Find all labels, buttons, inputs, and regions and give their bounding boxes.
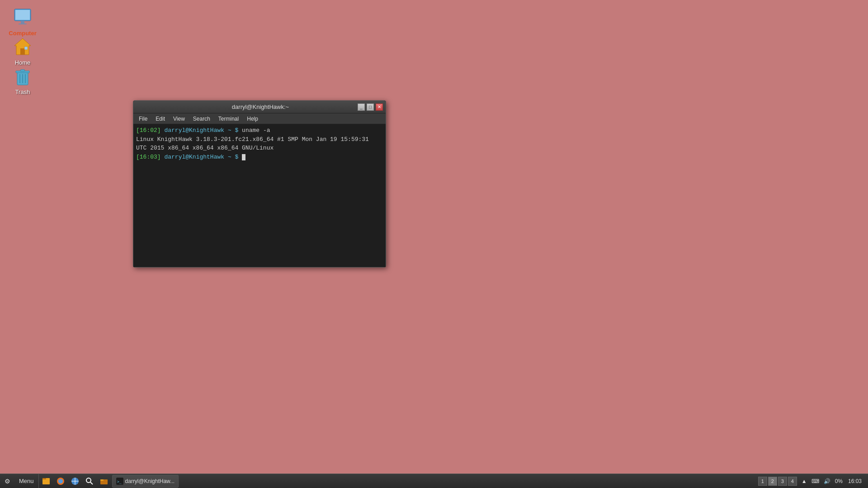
svg-point-16	[58, 479, 63, 483]
taskbar-menu-label: Menu	[19, 478, 34, 484]
maximize-button[interactable]: □	[367, 103, 374, 111]
svg-text:>_: >_	[117, 480, 122, 484]
terminal-body[interactable]: [16:02] darryl@KnightHawk ~ $ uname -a L…	[133, 124, 386, 267]
taskbar-terminal-label: darryl@KnightHaw...	[125, 478, 175, 484]
terminal-line-1: [16:02] darryl@KnightHawk ~ $ uname -a	[136, 126, 383, 135]
menu-search[interactable]: Search	[189, 115, 214, 123]
terminal-cursor	[242, 154, 245, 160]
svg-rect-2	[21, 21, 24, 23]
taskbar-firefox-icon[interactable]	[53, 474, 68, 488]
menu-terminal[interactable]: Terminal	[215, 115, 242, 123]
desktop-icon-trash[interactable]: Trash	[5, 63, 41, 97]
trash-icon-label: Trash	[15, 89, 30, 95]
workspace-1[interactable]: 1	[758, 477, 767, 486]
svg-rect-6	[24, 47, 28, 50]
workspace-2[interactable]: 2	[768, 477, 777, 486]
window-buttons: _ □ ✕	[358, 103, 383, 111]
taskbar-files-icon[interactable]	[39, 474, 53, 488]
svg-rect-5	[20, 48, 25, 55]
terminal-titlebar: darryl@KnightHawk:~ _ □ ✕	[133, 101, 386, 113]
workspace-3[interactable]: 3	[778, 477, 787, 486]
taskbar-search-icon[interactable]	[82, 474, 97, 488]
terminal-title: darryl@KnightHawk:~	[163, 103, 358, 110]
menu-edit[interactable]: Edit	[152, 115, 169, 123]
taskbar-settings-icon[interactable]: ⚙	[0, 474, 14, 488]
svg-rect-3	[19, 23, 27, 24]
taskbar-right: 1 2 3 4 ▲ ⌨ 🔊 0% 16:03	[753, 476, 868, 487]
terminal-window: darryl@KnightHawk:~ _ □ ✕ File Edit View…	[133, 100, 386, 267]
battery-percent: 0%	[835, 478, 843, 484]
taskbar-menu-button[interactable]: Menu	[14, 474, 39, 488]
svg-rect-9	[20, 70, 25, 71]
workspace-switcher: 1 2 3 4	[756, 476, 799, 487]
terminal-line-2: [16:03] darryl@KnightHawk ~ $	[136, 153, 383, 162]
menu-help[interactable]: Help	[243, 115, 262, 123]
menu-view[interactable]: View	[170, 115, 189, 123]
taskbar-folder-icon[interactable]	[97, 474, 111, 488]
taskbar-time[interactable]: 16:03	[845, 478, 864, 484]
taskbar-volume-icon[interactable]: 🔊	[822, 477, 832, 485]
desktop: Computer Home Trash	[0, 0, 868, 488]
desktop-icon-home[interactable]: Home	[5, 34, 41, 68]
close-button[interactable]: ✕	[376, 103, 383, 111]
terminal-menubar: File Edit View Search Terminal Help	[133, 113, 386, 124]
svg-rect-23	[100, 479, 104, 481]
taskbar-terminal-button[interactable]: >_ darryl@KnightHaw...	[112, 475, 179, 488]
taskbar-battery[interactable]: 0%	[833, 477, 844, 485]
terminal-output-1: Linux KnightHawk 3.18.3-201.fc21.x86_64 …	[136, 135, 383, 153]
desktop-icon-computer[interactable]: Computer	[5, 5, 41, 38]
trash-icon	[12, 65, 33, 87]
minimize-button[interactable]: _	[358, 103, 365, 111]
taskbar-keyboard-icon[interactable]: ⌨	[810, 477, 821, 485]
svg-point-20	[86, 478, 91, 483]
taskbar: ⚙ Menu >_ darryl@KnightHaw... 1	[0, 474, 868, 488]
svg-line-21	[90, 482, 93, 484]
home-icon	[12, 36, 33, 57]
taskbar-browser-icon[interactable]	[68, 474, 82, 488]
computer-icon	[12, 6, 33, 28]
workspace-4[interactable]: 4	[788, 477, 797, 486]
svg-rect-14	[42, 478, 46, 479]
taskbar-up-arrow[interactable]: ▲	[800, 477, 809, 485]
menu-file[interactable]: File	[135, 115, 151, 123]
svg-rect-1	[15, 10, 30, 20]
